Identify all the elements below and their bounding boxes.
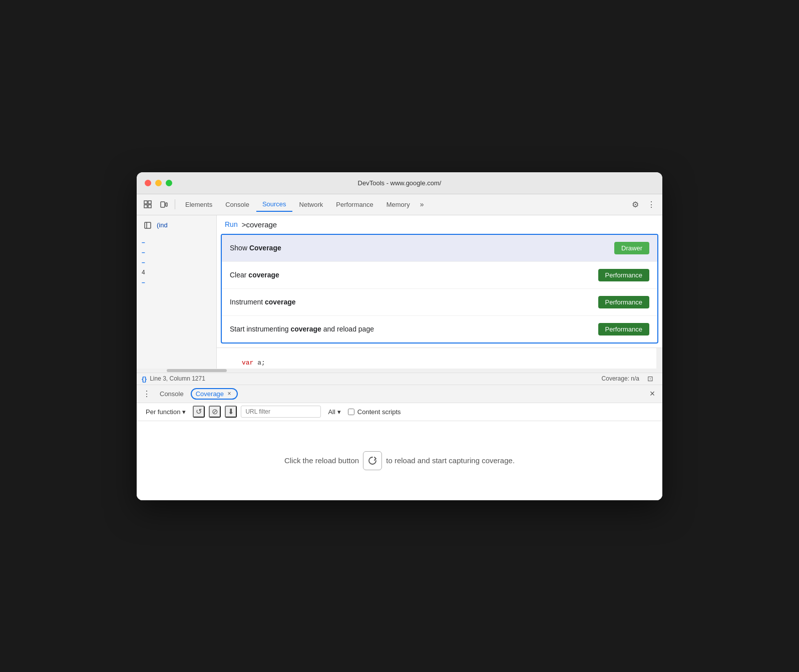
- left-panel: (ind – – – 4 –: [137, 215, 217, 369]
- all-select-dropdown[interactable]: All ▾: [325, 407, 343, 417]
- autocomplete-list: Show Coverage Drawer Clear coverage Perf…: [221, 234, 658, 344]
- command-input-row: Run >coverage: [217, 215, 662, 234]
- drawer-tab-console[interactable]: Console: [155, 388, 189, 400]
- coverage-status: Coverage: n/a: [602, 375, 639, 382]
- status-left: {} Line 3, Column 1271: [142, 375, 205, 383]
- toolbar-right: ⚙ ⋮: [628, 197, 658, 211]
- drawer-tab-coverage[interactable]: Coverage ×: [191, 388, 238, 400]
- bottom-drawer: ⋮ Console Coverage × × Per function ▾ ↺ …: [137, 385, 662, 500]
- inspect-icon-button[interactable]: [141, 197, 155, 211]
- file-tree-item[interactable]: –: [137, 257, 216, 267]
- minimize-button[interactable]: [155, 180, 162, 186]
- content-scripts-text: Content scripts: [357, 408, 401, 416]
- svg-rect-1: [144, 205, 147, 208]
- per-function-dropdown-icon: ▾: [182, 408, 186, 416]
- autocomplete-item-clear-coverage[interactable]: Clear coverage Performance: [222, 262, 657, 289]
- devtools-body: (ind – – – 4 –: [137, 215, 662, 369]
- reload-message-after: to reload and start capturing coverage.: [386, 456, 515, 465]
- left-panel-header: (ind: [137, 215, 216, 235]
- traffic-lights: [145, 180, 172, 186]
- all-dropdown-icon: ▾: [337, 408, 341, 416]
- titlebar: DevTools - www.google.com/: [137, 172, 662, 194]
- reload-message-before: Click the reload button: [284, 456, 359, 465]
- reload-icon-box: [363, 451, 382, 470]
- url-filter-input[interactable]: [241, 406, 321, 418]
- svg-rect-5: [166, 203, 167, 206]
- more-tabs-button[interactable]: »: [417, 198, 427, 210]
- drawer-menu-button[interactable]: ⋮: [141, 388, 153, 400]
- coverage-tab-label: Coverage: [196, 390, 224, 398]
- tab-elements[interactable]: Elements: [179, 198, 218, 211]
- svg-rect-3: [148, 205, 151, 208]
- cursor-position: Line 3, Column 1271: [150, 375, 205, 382]
- content-scripts-checkbox[interactable]: [348, 409, 354, 415]
- tab-performance[interactable]: Performance: [330, 198, 379, 211]
- per-function-dropdown[interactable]: Per function ▾: [143, 407, 189, 417]
- item-text-instrument-coverage: Instrument coverage: [230, 298, 296, 306]
- item-text-clear-coverage: Clear coverage: [230, 271, 279, 279]
- per-function-label: Per function: [146, 408, 180, 416]
- tab-console[interactable]: Console: [219, 198, 255, 211]
- file-tree-item[interactable]: –: [137, 237, 216, 247]
- coverage-toolbar: Per function ▾ ↺ ⊘ ⬇ All ▾ Content scrip…: [137, 403, 662, 421]
- svg-rect-6: [145, 222, 151, 228]
- editor-area: Run >coverage Show Coverage Drawer: [217, 215, 662, 369]
- h-scrollbar-thumb: [167, 369, 227, 372]
- autocomplete-item-start-instrument[interactable]: Start instrumenting coverage and reload …: [222, 316, 657, 343]
- badge-performance-3[interactable]: Performance: [598, 323, 649, 335]
- maximize-button[interactable]: [166, 180, 172, 186]
- device-mode-button[interactable]: [157, 197, 171, 211]
- devtools-toolbar: Elements Console Sources Network Perform…: [137, 194, 662, 215]
- autocomplete-item-instrument-coverage[interactable]: Instrument coverage Performance: [222, 289, 657, 316]
- screenshot-button[interactable]: ⊡: [643, 372, 657, 386]
- settings-button[interactable]: ⚙: [628, 197, 642, 211]
- run-label: Run: [225, 220, 238, 228]
- drawer-close-button[interactable]: ×: [646, 388, 658, 400]
- devtools-window: DevTools - www.google.com/ E: [137, 172, 662, 500]
- tab-sources[interactable]: Sources: [256, 197, 292, 212]
- tab-network[interactable]: Network: [293, 198, 329, 211]
- file-tree-item[interactable]: –: [137, 247, 216, 257]
- command-text[interactable]: >coverage: [242, 220, 277, 229]
- coverage-empty-state: Click the reload button to reload and st…: [137, 421, 662, 500]
- code-line: var a;: [242, 358, 662, 369]
- badge-performance-1[interactable]: Performance: [598, 269, 649, 281]
- coverage-tab-close[interactable]: ×: [226, 390, 233, 397]
- content-scripts-label[interactable]: Content scripts: [348, 408, 401, 416]
- tab-memory[interactable]: Memory: [380, 198, 416, 211]
- svg-rect-0: [144, 201, 147, 204]
- status-right: Coverage: n/a ⊡: [602, 372, 657, 386]
- reload-message: Click the reload button to reload and st…: [284, 451, 515, 470]
- file-tree-item[interactable]: –: [137, 277, 216, 287]
- clear-coverage-button[interactable]: ⊘: [209, 406, 221, 418]
- console-tab-label: Console: [160, 390, 184, 398]
- devtools-container: Elements Console Sources Network Perform…: [137, 194, 662, 500]
- horizontal-scrollbar[interactable]: [137, 369, 662, 373]
- toolbar-divider: [175, 199, 175, 209]
- badge-performance-2[interactable]: Performance: [598, 296, 649, 308]
- svg-rect-2: [148, 201, 151, 204]
- item-text-start-instrument: Start instrumenting coverage and reload …: [230, 325, 374, 333]
- file-tree: – – – 4 –: [137, 235, 216, 369]
- more-options-button[interactable]: ⋮: [644, 197, 658, 211]
- all-label: All: [328, 408, 335, 416]
- download-coverage-button[interactable]: ⬇: [225, 406, 237, 418]
- close-button[interactable]: [145, 180, 151, 186]
- item-text-show-coverage: Show Coverage: [230, 244, 281, 252]
- svg-rect-4: [161, 202, 165, 207]
- drawer-tabs: ⋮ Console Coverage × ×: [137, 385, 662, 403]
- panel-toggle-button[interactable]: [142, 219, 154, 231]
- autocomplete-item-show-coverage[interactable]: Show Coverage Drawer: [222, 235, 657, 262]
- tab-list: Elements Console Sources Network Perform…: [179, 197, 626, 212]
- file-tree-item[interactable]: 4: [137, 267, 216, 277]
- panel-label: (ind: [157, 221, 168, 229]
- command-palette: Run >coverage Show Coverage Drawer: [217, 215, 662, 348]
- braces-icon[interactable]: {}: [142, 375, 147, 383]
- status-bar: {} Line 3, Column 1271 Coverage: n/a ⊡: [137, 373, 662, 385]
- window-title: DevTools - www.google.com/: [358, 179, 442, 187]
- reload-coverage-button[interactable]: ↺: [193, 406, 205, 418]
- badge-drawer[interactable]: Drawer: [614, 242, 649, 254]
